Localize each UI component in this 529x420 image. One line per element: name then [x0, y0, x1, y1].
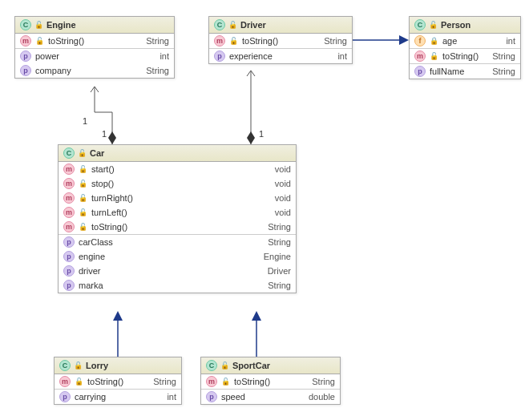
method-row[interactable]: m 🔓 start() void: [59, 162, 296, 176]
property-row[interactable]: p speed double: [201, 390, 340, 404]
connector-sportcar-car: [252, 311, 261, 357]
svg-marker-3: [247, 131, 255, 144]
multiplicity-label: 1: [259, 129, 264, 139]
class-engine[interactable]: C 🔓 Engine m 🔓 toString() String p power…: [14, 16, 175, 79]
member-type: void: [275, 193, 291, 203]
class-person[interactable]: C 🔓 Person f 🔒 age int m 🔓 toString() St…: [409, 16, 521, 79]
member-name: engine: [79, 252, 260, 261]
class-name: Lorry: [86, 361, 108, 370]
field-icon: f: [414, 35, 426, 46]
method-row[interactable]: m 🔓 toString() String: [55, 374, 181, 389]
member-type: String: [146, 66, 169, 75]
lock-icon: 🔓: [79, 180, 87, 188]
svg-marker-2: [108, 131, 116, 144]
lock-icon: 🔓: [220, 361, 229, 370]
property-icon: p: [59, 391, 71, 402]
class-header: C 🔓 Engine: [15, 17, 174, 34]
method-row[interactable]: m 🔓 toString() String: [209, 34, 352, 48]
property-row[interactable]: p experience int: [209, 49, 352, 63]
property-row[interactable]: p driver Driver: [59, 264, 296, 278]
class-sportcar[interactable]: C 🔓 SportCar m 🔓 toString() String p spe…: [200, 357, 341, 405]
class-header: C 🔓 Car: [59, 145, 296, 162]
property-row[interactable]: p fullName String: [410, 64, 520, 79]
member-type: String: [268, 281, 291, 290]
class-driver[interactable]: C 🔓 Driver m 🔓 toString() String p exper…: [208, 16, 353, 64]
lock-icon: 🔓: [430, 52, 438, 60]
svg-marker-7: [252, 311, 261, 321]
class-name: Driver: [240, 20, 266, 30]
member-name: toString(): [242, 36, 320, 46]
member-name: toString(): [234, 377, 308, 386]
lock-icon: 🔓: [429, 21, 438, 29]
svg-marker-1: [399, 35, 409, 45]
class-icon: C: [206, 360, 217, 371]
member-type: String: [312, 377, 335, 386]
member-name: toString(): [91, 222, 264, 232]
method-icon: m: [214, 35, 225, 46]
property-row[interactable]: p marka String: [59, 278, 296, 293]
member-type: int: [167, 392, 176, 402]
member-type: void: [275, 208, 291, 217]
member-name: toString(): [87, 377, 149, 386]
field-row[interactable]: f 🔒 age int: [410, 34, 520, 48]
methods-section: m 🔓 toString() String: [55, 374, 181, 390]
property-row[interactable]: p carClass String: [59, 235, 296, 249]
method-row[interactable]: m 🔓 stop() void: [59, 176, 296, 191]
member-name: carClass: [79, 237, 264, 247]
method-row[interactable]: m 🔓 toString() String: [410, 49, 520, 63]
method-icon: m: [63, 164, 75, 175]
lock-icon: 🔓: [74, 361, 83, 370]
method-icon: m: [63, 192, 75, 204]
method-row[interactable]: m 🔓 toString() String: [201, 374, 340, 389]
member-name: turnLeft(): [91, 208, 271, 217]
svg-marker-5: [113, 311, 123, 321]
class-icon: C: [63, 147, 75, 159]
method-icon: m: [206, 376, 217, 387]
member-name: power: [35, 51, 155, 61]
member-type: Engine: [264, 252, 291, 261]
method-row[interactable]: m 🔓 turnLeft() void: [59, 205, 296, 220]
connector-lorry-car: [113, 311, 123, 357]
method-row[interactable]: m 🔓 toString() String: [15, 34, 174, 48]
lock-icon: 🔓: [221, 378, 230, 386]
property-row[interactable]: p engine Engine: [59, 249, 296, 264]
connector-driver-person: [353, 35, 409, 45]
member-name: toString(): [48, 36, 142, 46]
multiplicity-label: 1: [102, 129, 107, 139]
member-type: int: [160, 51, 169, 61]
method-icon: m: [63, 178, 75, 189]
member-type: Driver: [268, 266, 291, 276]
property-icon: p: [20, 65, 31, 76]
class-lorry[interactable]: C 🔓 Lorry m 🔓 toString() String p carryi…: [54, 357, 182, 405]
methods-section: m 🔓 toString() String: [201, 374, 340, 390]
lock-icon: 🔓: [79, 194, 87, 202]
method-row[interactable]: m 🔓 toString() String: [59, 220, 296, 234]
method-icon: m: [414, 50, 426, 62]
member-type: String: [492, 51, 515, 61]
member-name: marka: [79, 281, 264, 290]
property-row[interactable]: p carrying int: [55, 390, 181, 404]
member-type: String: [492, 67, 515, 76]
multiplicity-label: 1: [83, 116, 87, 126]
method-icon: m: [63, 207, 75, 218]
property-row[interactable]: p power int: [15, 49, 174, 63]
class-car[interactable]: C 🔓 Car m 🔓 start() void m 🔓 stop() void…: [58, 144, 297, 293]
property-icon: p: [63, 251, 75, 262]
class-header: C 🔓 Driver: [209, 17, 352, 34]
member-name: turnRight(): [91, 193, 271, 203]
property-icon: p: [414, 66, 426, 77]
method-icon: m: [59, 376, 71, 387]
class-icon: C: [414, 19, 426, 30]
class-header: C 🔓 Person: [410, 17, 520, 34]
method-row[interactable]: m 🔓 turnRight() void: [59, 191, 296, 205]
member-name: age: [442, 36, 502, 46]
lock-icon: 🔓: [79, 165, 87, 173]
property-icon: p: [214, 50, 225, 62]
member-name: fullName: [430, 67, 488, 76]
class-name: Engine: [46, 20, 76, 30]
member-type: String: [146, 36, 169, 46]
class-header: C 🔓 SportCar: [201, 357, 340, 374]
lock-icon: 🔓: [78, 149, 87, 157]
class-header: C 🔓 Lorry: [55, 357, 181, 374]
property-row[interactable]: p company String: [15, 63, 174, 78]
